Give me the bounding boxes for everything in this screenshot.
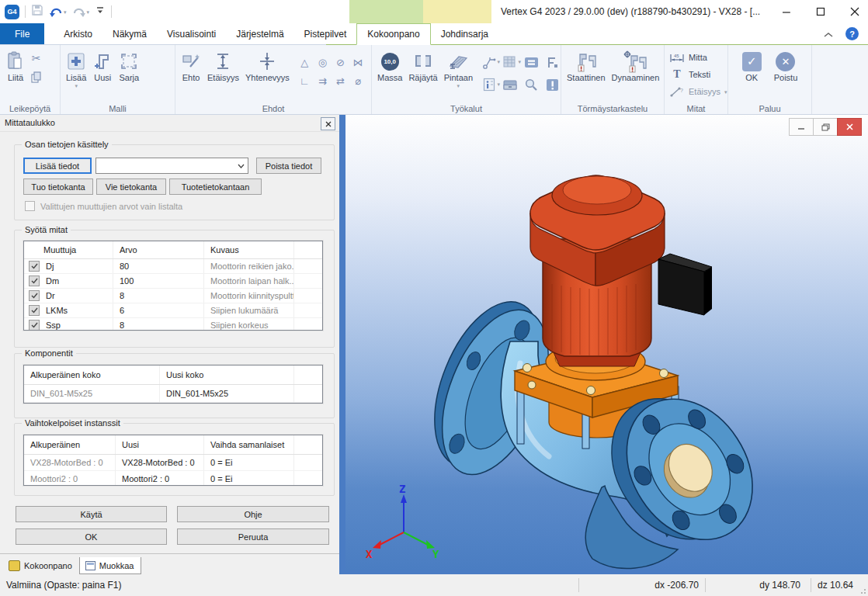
save-icon[interactable]: [31, 4, 43, 19]
export-database-button[interactable]: Vie tietokanta: [96, 178, 166, 195]
import-database-button[interactable]: Tuo tietokanta: [23, 178, 93, 195]
close-icon[interactable]: [849, 6, 860, 17]
table-row[interactable]: LKMs 6 Siipien lukumäärä: [24, 303, 322, 318]
row-checkbox[interactable]: [29, 261, 40, 272]
pump-model[interactable]: Z X Y: [345, 115, 868, 570]
dimension-button[interactable]: 45 Mitta: [667, 49, 710, 66]
component-new[interactable]: DIN_601-M5x25: [160, 385, 294, 402]
tab-jarjestelma[interactable]: Järjestelmä: [226, 23, 293, 44]
tab-kokoonpano[interactable]: Kokoonpano: [356, 23, 430, 45]
instance-new[interactable]: Moottori2 : 0: [116, 471, 204, 486]
search-icon[interactable]: [522, 75, 540, 94]
variable-value[interactable]: 8: [113, 289, 204, 303]
coincidence-button[interactable]: Yhtenevyys: [242, 49, 293, 84]
variable-value[interactable]: 6: [113, 303, 204, 317]
tab-nakyma[interactable]: Näkymä: [102, 23, 157, 44]
table-row[interactable]: Dj 80 Moottorin reikien jako...: [24, 259, 322, 274]
help-button[interactable]: Ohje: [177, 506, 329, 522]
variable-value[interactable]: 8: [113, 318, 204, 331]
table-tool-icon[interactable]: ▾: [501, 53, 519, 71]
add-info-button[interactable]: Lisää tiedot: [23, 158, 92, 174]
3d-viewport[interactable]: Z X Y: [345, 115, 868, 574]
fix-constraint-icon[interactable]: [543, 53, 561, 71]
series-button[interactable]: Sarja: [116, 49, 142, 84]
tab-johdinsarja[interactable]: Johdinsarja: [431, 23, 498, 44]
help-icon[interactable]: ?: [845, 27, 859, 40]
copy-icon[interactable]: [30, 71, 42, 86]
column-header[interactable]: Alkuperäinen koko: [24, 366, 160, 384]
diameter-constraint-icon[interactable]: ⌀: [351, 73, 366, 88]
warning-tool-icon[interactable]: [543, 75, 561, 94]
column-header[interactable]: Vaihda samanlaiset: [204, 435, 294, 454]
minimize-icon[interactable]: [781, 6, 792, 17]
chevron-down-icon[interactable]: [234, 164, 248, 168]
mass-button[interactable]: 10,0 Massa: [374, 49, 405, 84]
instance-swap[interactable]: 0 = Ei: [204, 455, 294, 470]
angle-constraint-icon[interactable]: △: [297, 54, 312, 70]
dynamic-collision-button[interactable]: Dynaaminen: [609, 49, 663, 84]
info-tool-icon[interactable]: ▾: [480, 75, 498, 94]
ok-button[interactable]: ✓ OK: [739, 49, 765, 84]
variable-value[interactable]: 80: [113, 259, 204, 273]
table-row[interactable]: Dm 100 Moottorin laipan halk...: [24, 274, 322, 289]
column-header[interactable]: Alkuperäinen: [24, 435, 116, 454]
variable-value[interactable]: 100: [113, 274, 204, 288]
distance-constraint-button[interactable]: Etäisyys: [204, 49, 242, 84]
tab-file[interactable]: File: [0, 23, 44, 44]
cancel-button[interactable]: Peruuta: [177, 528, 329, 545]
panel-ok-button[interactable]: OK: [16, 528, 167, 545]
concentric-constraint-icon[interactable]: ◎: [315, 54, 330, 70]
table-row[interactable]: Dr 8 Moottorin kiinnityspultti: [24, 289, 322, 303]
symmetry-constraint-icon[interactable]: ⋈: [351, 54, 366, 70]
perpendicular-constraint-icon[interactable]: ∟: [297, 73, 312, 88]
instance-swap[interactable]: 0 = Ei: [204, 471, 294, 486]
new-part-button[interactable]: Uusi: [89, 49, 116, 84]
bottom-tab-muokkaa[interactable]: Muokkaa: [79, 557, 142, 574]
collapse-ribbon-icon[interactable]: [824, 27, 833, 41]
column-header[interactable]: Muuttuja: [24, 241, 113, 258]
paste-button[interactable]: Liitä: [2, 49, 29, 84]
maximize-icon[interactable]: [815, 6, 826, 17]
constraint-button[interactable]: Ehto: [178, 49, 204, 84]
add-part-button[interactable]: Lisää ▾: [63, 49, 89, 89]
text-button[interactable]: T Teksti: [667, 66, 713, 83]
table-row[interactable]: Moottori2 : 0 Moottori2 : 0 0 = Ei: [24, 471, 322, 486]
skeleton-tool-icon[interactable]: ▾: [480, 53, 498, 71]
tab-arkisto[interactable]: Arkisto: [54, 23, 102, 44]
tab-pistepilvet[interactable]: Pistepilvet: [294, 23, 357, 44]
row-checkbox[interactable]: [29, 305, 40, 316]
equal-values-icon[interactable]: [522, 53, 540, 71]
product-database-button[interactable]: Tuotetietokantaan: [169, 178, 262, 195]
table-row[interactable]: Ssp 8 Siipien korkeus: [24, 318, 322, 331]
tab-visualisointi[interactable]: Visualisointi: [157, 23, 226, 44]
customize-toolbar-icon[interactable]: [95, 5, 106, 19]
column-header[interactable]: Uusi koko: [160, 366, 294, 384]
table-row[interactable]: VX28-MotorBed : 0 VX28-MotorBed : 0 0 = …: [24, 455, 322, 471]
remove-info-button[interactable]: Poista tiedot: [256, 158, 321, 174]
apply-button[interactable]: Käytä: [16, 506, 167, 522]
row-checkbox[interactable]: [29, 275, 40, 286]
to-surface-button[interactable]: Pintaan ▾: [441, 49, 476, 89]
child-close-icon[interactable]: [837, 118, 862, 136]
part-info-combobox[interactable]: [95, 158, 248, 174]
child-minimize-icon[interactable]: [789, 118, 814, 136]
tangent-constraint-icon[interactable]: ⊘: [333, 54, 348, 70]
cut-icon[interactable]: ✂: [32, 52, 41, 64]
parallel-constraint-icon[interactable]: ⇉: [315, 73, 330, 88]
column-header[interactable]: Kuvaus: [204, 241, 294, 258]
redo-dropdown[interactable]: ▾: [87, 9, 90, 15]
panel-close-icon[interactable]: [321, 117, 335, 130]
explode-button[interactable]: Räjäytä: [405, 49, 440, 84]
row-checkbox[interactable]: [29, 290, 40, 301]
column-header[interactable]: Uusi: [116, 435, 204, 454]
undo-dropdown[interactable]: ▾: [64, 9, 67, 15]
redo-button[interactable]: ▾: [72, 5, 90, 18]
resize-grip[interactable]: [859, 587, 866, 594]
static-collision-button[interactable]: Staattinen: [564, 49, 609, 84]
column-header[interactable]: Arvo: [113, 241, 204, 258]
table-row[interactable]: DIN_601-M5x25 DIN_601-M5x25: [24, 385, 322, 403]
list-values-checkbox[interactable]: [25, 201, 35, 211]
panel-splitter[interactable]: [339, 115, 345, 574]
row-checkbox[interactable]: [29, 320, 40, 331]
drawer-tool-icon[interactable]: [501, 75, 519, 94]
